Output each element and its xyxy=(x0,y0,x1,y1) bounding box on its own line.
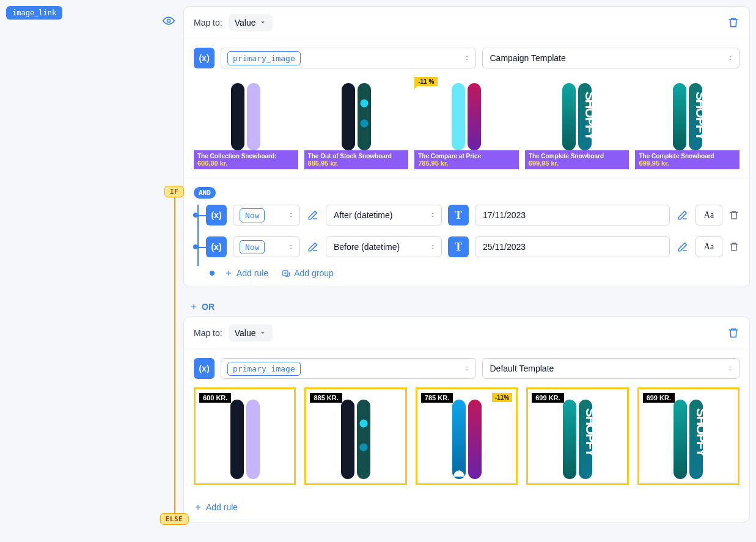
product-title: The Compare at Price xyxy=(418,153,515,159)
add-rule-label: Add rule xyxy=(206,502,238,512)
date-input[interactable]: 17/11/2023 xyxy=(475,205,670,225)
if-pill: IF xyxy=(164,186,184,197)
case-option-button[interactable]: Aa xyxy=(695,236,722,257)
product-title: The Complete Snowboard xyxy=(529,153,626,159)
sort-icon xyxy=(287,243,295,251)
board-graphic xyxy=(342,83,355,150)
mapping-panel-default: Map to: Value (x) primary_image xyxy=(183,317,750,522)
product-tile[interactable]: 699 KR. xyxy=(637,387,739,485)
product-price: 785,95 kr. xyxy=(418,159,515,167)
product-caption: The Out of Stock Snowboard 885,95 kr. xyxy=(304,150,409,169)
board-graphic xyxy=(578,83,592,150)
map-to-select[interactable]: Value xyxy=(229,324,273,342)
board-graphic xyxy=(247,83,260,150)
product-price: 885,95 kr. xyxy=(308,159,405,167)
add-rule-button[interactable]: Add rule xyxy=(224,268,268,278)
map-to-value: Value xyxy=(235,328,256,338)
operator-value: After (datetime) xyxy=(334,210,392,220)
map-to-label: Map to: xyxy=(194,328,222,338)
sort-icon xyxy=(463,54,471,62)
board-graphic xyxy=(358,83,371,150)
add-group-button[interactable]: Add group xyxy=(282,268,334,278)
product-tile[interactable]: -11 % The Compare at Price 785,95 kr. xyxy=(414,77,519,169)
add-rule-button[interactable]: Add rule xyxy=(194,502,238,512)
date-input[interactable]: 25/11/2023 xyxy=(475,236,670,257)
chevron-down-icon xyxy=(259,329,266,337)
date-value: 25/11/2023 xyxy=(483,242,526,252)
delete-mapping-icon[interactable] xyxy=(727,16,739,29)
preview-eye-icon[interactable] xyxy=(163,15,175,27)
variable-icon: (x) xyxy=(206,236,227,257)
edit-icon[interactable] xyxy=(306,240,320,254)
board-graphic xyxy=(341,400,354,479)
operator-select[interactable]: Before (datetime) xyxy=(326,236,442,257)
variable-input[interactable]: primary_image xyxy=(221,48,476,68)
delete-mapping-icon[interactable] xyxy=(727,327,739,339)
variable-icon: (x) xyxy=(206,205,227,225)
product-strip-campaign: The Collection Snowboard: 600,00 kr. The… xyxy=(194,77,739,169)
template-value: Default Template xyxy=(490,364,554,373)
board-graphic xyxy=(689,83,702,150)
product-tile[interactable]: 600 KR. xyxy=(194,387,296,485)
discount-badge: -11 % xyxy=(414,77,438,86)
product-tile[interactable]: The Collection Snowboard: 600,00 kr. xyxy=(194,77,298,169)
condition-variable-input[interactable]: Now xyxy=(233,205,300,225)
board-graphic xyxy=(689,400,703,479)
variable-chip: primary_image xyxy=(227,51,301,65)
case-option-button[interactable]: Aa xyxy=(695,205,722,225)
condition-row: (x) Now Before (datetime) T xyxy=(206,236,739,257)
product-tile[interactable]: 699 KR. xyxy=(526,387,628,485)
board-graphic xyxy=(230,400,244,479)
map-to-select[interactable]: Value xyxy=(229,14,273,31)
sort-icon xyxy=(287,211,295,219)
board-graphic xyxy=(579,400,592,479)
delete-condition-icon[interactable] xyxy=(728,210,739,221)
sort-icon xyxy=(727,54,734,62)
edit-icon[interactable] xyxy=(676,240,689,254)
else-pill: ELSE xyxy=(160,513,189,525)
add-group-label: Add group xyxy=(294,268,334,278)
or-button[interactable]: OR xyxy=(183,297,221,317)
product-title: The Out of Stock Snowboard xyxy=(308,153,405,159)
product-tile[interactable]: 785 KR.-11% xyxy=(416,387,518,485)
product-price: 699,95 kr. xyxy=(529,159,626,167)
product-thumb: -11 % xyxy=(414,77,519,150)
product-title: The Collection Snowboard: xyxy=(197,153,295,159)
board-graphic xyxy=(468,83,481,150)
board-graphic xyxy=(468,400,482,479)
product-tile[interactable]: The Complete Snowboard 699,95 kr. xyxy=(525,77,629,169)
text-type-icon: T xyxy=(448,236,469,257)
board-graphic xyxy=(452,83,465,150)
now-chip: Now xyxy=(240,240,265,254)
delete-condition-icon[interactable] xyxy=(728,241,739,252)
now-chip: Now xyxy=(240,208,265,222)
discount-tag: -11% xyxy=(492,393,512,402)
product-caption: The Complete Snowboard 699,95 kr. xyxy=(635,150,739,169)
product-price: 699,95 kr. xyxy=(639,159,736,167)
svg-point-0 xyxy=(167,20,171,23)
product-title: The Complete Snowboard xyxy=(639,153,736,159)
variable-input[interactable]: primary_image xyxy=(221,358,476,379)
product-tile[interactable]: 885 KR. xyxy=(304,387,406,485)
conditions-block: AND (x) Now xyxy=(184,178,749,287)
condition-variable-input[interactable]: Now xyxy=(233,236,300,257)
template-select[interactable]: Default Template xyxy=(482,358,740,379)
template-select[interactable]: Campaign Template xyxy=(482,48,740,68)
variable-icon: (x) xyxy=(194,48,215,68)
operator-select[interactable]: After (datetime) xyxy=(326,205,442,225)
flow-line xyxy=(174,189,175,522)
product-tile[interactable]: The Out of Stock Snowboard 885,95 kr. xyxy=(304,77,409,169)
product-tile[interactable]: The Complete Snowboard 699,95 kr. xyxy=(635,77,739,169)
edit-icon[interactable] xyxy=(306,208,320,222)
product-thumb xyxy=(525,77,629,150)
condition-row: (x) Now After (datetime) T xyxy=(206,205,739,225)
price-tag: 785 KR. xyxy=(421,393,453,403)
edit-icon[interactable] xyxy=(676,208,689,222)
board-graphic xyxy=(673,400,687,479)
template-value: Campaign Template xyxy=(490,53,566,63)
map-to-label: Map to: xyxy=(194,18,222,27)
board-graphic xyxy=(562,83,576,150)
field-tag[interactable]: image_link xyxy=(6,6,62,20)
chevron-down-icon xyxy=(259,19,266,26)
price-tag: 600 KR. xyxy=(199,393,231,403)
